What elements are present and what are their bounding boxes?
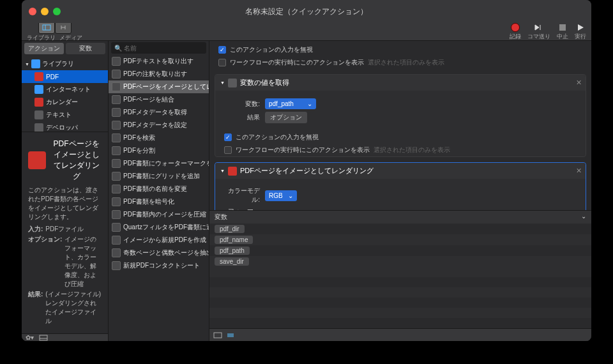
action-item[interactable]: 奇数ページと偶数ページを抽出 xyxy=(109,246,209,259)
action-icon xyxy=(112,223,121,232)
action-item[interactable]: PDFメタデータを取得 xyxy=(109,106,209,119)
action-icon xyxy=(112,197,121,206)
search-field[interactable]: 🔍 xyxy=(111,42,206,54)
action-icon xyxy=(112,248,121,257)
library-tree: ▼ライブラリ PDFインターネットカレンダーテキストデベロッパファイルとフォルダ… xyxy=(22,56,108,132)
variable-row[interactable]: save_dir xyxy=(209,256,591,267)
step-button[interactable] xyxy=(534,23,544,32)
action-icon xyxy=(112,261,121,270)
action-item[interactable]: 新規PDFコンタクトシート xyxy=(109,259,209,272)
action-item[interactable]: PDFの注釈を取り出す xyxy=(109,68,209,80)
action-item[interactable]: PDFページをイメージとしてレンダリング xyxy=(109,80,209,93)
sidebar-item[interactable]: インターネット xyxy=(22,83,108,96)
variable-row[interactable]: pdf_name xyxy=(209,234,591,245)
action-icon xyxy=(112,159,121,168)
action-item[interactable]: QuartzフィルタをPDF書類に適用 xyxy=(109,221,209,234)
category-icon xyxy=(34,72,43,81)
close-icon[interactable]: ✕ xyxy=(576,167,582,175)
record-button[interactable] xyxy=(511,23,520,32)
toolbar: ライブラリメディア 記録 コマ送り 中止 実行 xyxy=(22,23,591,41)
svg-rect-0 xyxy=(43,25,50,30)
actions-list: PDFテキストを取り出すPDFの注釈を取り出すPDFページをイメージとしてレンダ… xyxy=(109,55,209,272)
pdf-action-icon xyxy=(228,167,237,176)
svg-rect-5 xyxy=(214,333,222,338)
action-icon xyxy=(112,70,121,79)
action-description: PDFページをイメージとしてレンダリング このアクションは、渡されたPDF書類の… xyxy=(22,132,108,333)
chevron-down-icon[interactable]: ⌄ xyxy=(581,213,586,222)
variable-action-icon xyxy=(228,79,237,87)
desc-title: PDFページをイメージとしてレンダリング xyxy=(51,139,102,182)
svg-rect-3 xyxy=(40,335,47,340)
search-icon: 🔍 xyxy=(114,45,122,52)
action-icon xyxy=(112,236,121,245)
desc-text: このアクションは、渡されたPDF書類の各ページをイメージとしてレンダリングします… xyxy=(28,186,102,222)
action-icon xyxy=(112,57,121,66)
run-button[interactable] xyxy=(576,23,585,32)
tab-variables[interactable]: 変数 xyxy=(66,43,105,54)
record-label: 記録 xyxy=(510,33,521,41)
step-label: コマ送り xyxy=(527,33,550,41)
sidebar-item[interactable]: カレンダー xyxy=(22,96,108,109)
category-icon xyxy=(34,98,43,107)
sidebar-item[interactable]: デベロッパ xyxy=(22,121,108,132)
stop-button[interactable] xyxy=(558,23,567,32)
action-item[interactable]: PDFを検索 xyxy=(109,132,209,144)
action-item[interactable]: PDF書類にウォーターマークを描画 xyxy=(109,157,209,170)
variables-panel: 変数⌄ pdf_dirpdf_namepdf_pathsave_dir xyxy=(209,210,591,328)
window-title: 名称未設定（クイックアクション） xyxy=(22,6,591,17)
ignore-input-checkbox-2[interactable]: ✓ xyxy=(224,133,232,141)
action-icon xyxy=(112,121,121,130)
media-view-button[interactable] xyxy=(55,21,72,34)
action-item[interactable]: PDFを分割 xyxy=(109,144,209,157)
variable-row[interactable]: pdf_path xyxy=(209,245,591,256)
show-on-run-checkbox-2[interactable] xyxy=(224,146,232,154)
action-item[interactable]: PDF書類内のイメージを圧縮 xyxy=(109,208,209,221)
action-icon xyxy=(112,82,121,91)
search-input[interactable] xyxy=(124,45,205,52)
action-icon xyxy=(112,210,121,219)
category-icon xyxy=(34,110,43,119)
workflow-step-render-pdf[interactable]: ▼PDFページをイメージとしてレンダリング✕ カラーモデル:RGB⌄ フォーマッ… xyxy=(215,162,586,210)
tab-actions[interactable]: アクション xyxy=(24,43,64,54)
action-item[interactable]: イメージから新規PDFを作成 xyxy=(109,234,209,246)
action-icon xyxy=(112,172,121,181)
library-view-button[interactable] xyxy=(38,21,55,34)
category-icon xyxy=(34,123,43,132)
titlebar: 名称未設定（クイックアクション） xyxy=(22,0,591,23)
category-icon xyxy=(34,85,43,94)
close-icon[interactable]: ✕ xyxy=(576,79,582,87)
workflow-step-get-variable[interactable]: ▼変数の値を取得✕ 変数:pdf_path⌄ 結果オプション ✓このアクションの… xyxy=(215,74,586,157)
action-item[interactable]: PDF書類の名前を変更 xyxy=(109,183,209,195)
panel-toggle-icon[interactable] xyxy=(39,335,48,341)
svg-rect-2 xyxy=(559,24,566,31)
library-tree-root[interactable]: ▼ライブラリ xyxy=(22,57,108,70)
sidebar-item[interactable]: テキスト xyxy=(22,109,108,121)
action-icon xyxy=(112,185,121,193)
folder-icon xyxy=(31,59,40,68)
options-button[interactable]: オプション xyxy=(265,112,307,123)
show-on-run-checkbox[interactable] xyxy=(218,59,226,66)
log-view-icon[interactable] xyxy=(226,332,235,338)
variable-select[interactable]: pdf_path⌄ xyxy=(265,98,316,109)
action-icon xyxy=(112,133,121,142)
sidebar-item[interactable]: PDF xyxy=(22,70,108,83)
run-label: 実行 xyxy=(575,33,586,41)
action-item[interactable]: PDFページを結合 xyxy=(109,93,209,106)
workflow-canvas[interactable]: ✓このアクションの入力を無視 ワークフローの実行時にこのアクションを表示選択され… xyxy=(209,41,591,210)
action-item[interactable]: PDF書類を暗号化 xyxy=(109,195,209,208)
action-item[interactable]: PDFメタデータを設定 xyxy=(109,119,209,132)
action-item[interactable]: PDFテキストを取り出す xyxy=(109,55,209,68)
stop-label: 中止 xyxy=(557,33,568,41)
action-icon xyxy=(112,108,121,117)
action-icon xyxy=(112,95,121,104)
action-icon xyxy=(112,146,121,155)
color-model-select[interactable]: RGB⌄ xyxy=(265,190,297,201)
pdf-action-icon xyxy=(28,151,46,169)
variable-row[interactable]: pdf_dir xyxy=(209,224,591,234)
gear-icon[interactable]: ✿▾ xyxy=(26,334,34,341)
panel-view-icon[interactable] xyxy=(213,332,222,338)
variables-header: 変数 xyxy=(215,213,227,222)
ignore-input-checkbox[interactable]: ✓ xyxy=(218,46,226,54)
action-item[interactable]: PDF書類にグリッドを追加 xyxy=(109,170,209,183)
